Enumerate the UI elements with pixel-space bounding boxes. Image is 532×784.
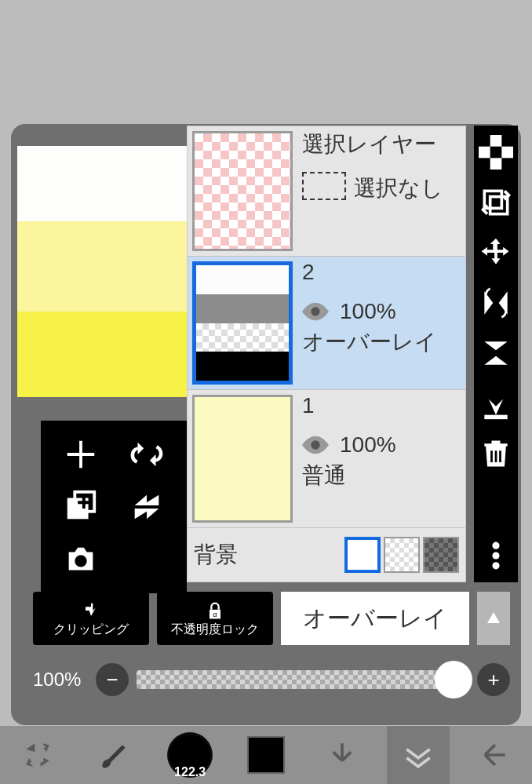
background-row: 背景 [188, 528, 465, 582]
brush-size-label: 122.3 [174, 765, 206, 779]
svg-rect-10 [501, 158, 513, 170]
layer-1[interactable]: 1 100% 普通 [188, 390, 465, 528]
down-arrow-button[interactable] [311, 726, 373, 784]
tool-swap-button[interactable] [6, 726, 69, 784]
camera-button[interactable] [52, 538, 110, 582]
layers-toggle-button[interactable] [387, 726, 450, 784]
layers-list: 選択レイヤー 選択なし 2 100% オーバーレイ 1 [187, 126, 466, 582]
flip-vertical-icon[interactable] [479, 336, 513, 370]
canvas-preview [17, 146, 187, 397]
main-toolbar: 122.3 [0, 726, 532, 784]
decrease-button[interactable]: − [96, 663, 129, 696]
brush-tool-button[interactable] [82, 726, 145, 784]
opacity-value: 100% [33, 669, 88, 691]
layer-sidebar [474, 126, 518, 582]
layer-1-thumb [192, 395, 293, 523]
color-swatch[interactable] [235, 726, 297, 784]
svg-point-14 [492, 542, 499, 549]
svg-rect-8 [490, 147, 502, 159]
rotate-flip-button[interactable] [118, 432, 176, 476]
svg-rect-6 [479, 135, 490, 147]
transform-icon[interactable] [479, 185, 513, 220]
back-button[interactable] [462, 726, 525, 784]
background-label: 背景 [194, 540, 238, 570]
move-icon[interactable] [479, 235, 513, 270]
selection-status: 選択なし [354, 173, 461, 203]
layer-1-blend: 普通 [302, 461, 461, 490]
svg-rect-7 [501, 135, 513, 147]
svg-point-2 [75, 556, 86, 567]
svg-rect-9 [479, 158, 490, 170]
eye-icon[interactable] [302, 436, 329, 454]
layer-1-opacity: 100% [340, 432, 396, 458]
duplicate-layer-button[interactable] [52, 484, 110, 529]
add-layer-button[interactable] [52, 432, 110, 476]
increase-button[interactable]: + [477, 663, 510, 696]
flip-horizontal-icon[interactable] [479, 286, 513, 320]
blend-controls: クリッピング α 不透明度ロック オーバーレイ [33, 592, 510, 645]
layer-2-opacity: 100% [340, 299, 396, 324]
opacity-slider[interactable] [137, 670, 469, 689]
flip-vertical-button[interactable] [118, 484, 176, 529]
alpha-lock-button[interactable]: α 不透明度ロック [157, 592, 273, 645]
clipping-button[interactable]: クリッピング [33, 592, 149, 645]
bg-checker-dark[interactable] [423, 537, 459, 573]
layer-tools [41, 421, 187, 593]
brush-preview[interactable]: 122.3 [159, 726, 221, 784]
layer-2-name: 2 [302, 260, 461, 285]
merge-down-icon[interactable] [479, 386, 513, 421]
eye-icon[interactable] [302, 302, 329, 321]
selection-thumb [192, 131, 293, 251]
blend-dropdown-icon[interactable] [477, 592, 510, 645]
selection-layer[interactable]: 選択レイヤー 選択なし [188, 126, 465, 257]
selection-marquee-icon [302, 172, 346, 200]
bg-checker-light[interactable] [384, 537, 420, 573]
svg-point-3 [311, 307, 319, 315]
layer-2[interactable]: 2 100% オーバーレイ [188, 257, 465, 390]
svg-point-15 [492, 552, 499, 559]
svg-point-4 [311, 440, 319, 449]
layer-panel: 選択レイヤー 選択なし 2 100% オーバーレイ 1 [11, 124, 521, 725]
svg-rect-13 [484, 415, 507, 420]
more-icon[interactable] [479, 538, 513, 573]
slider-knob[interactable] [435, 661, 472, 698]
selection-title: 選択レイヤー [302, 129, 461, 159]
trash-icon[interactable] [479, 436, 513, 471]
opacity-slider-row: 100% − + [33, 656, 510, 703]
layer-2-thumb [192, 261, 293, 385]
checker-icon[interactable] [479, 135, 513, 170]
layer-2-blend: オーバーレイ [302, 327, 461, 357]
blend-mode-select[interactable]: オーバーレイ [281, 592, 469, 645]
svg-text:α: α [213, 611, 217, 618]
layer-1-name: 1 [302, 393, 461, 418]
bg-white[interactable] [344, 537, 381, 573]
svg-point-16 [492, 562, 499, 569]
